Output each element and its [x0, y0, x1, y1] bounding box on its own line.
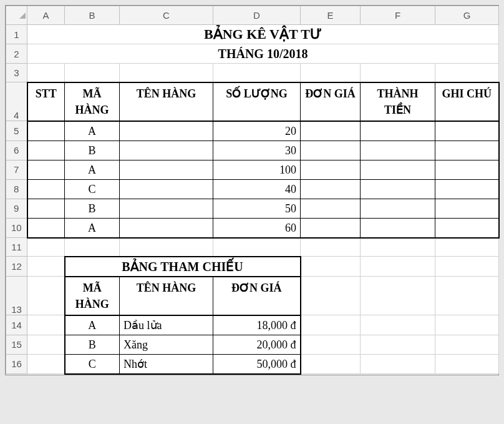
- cell[interactable]: [435, 141, 499, 160]
- row-header-11[interactable]: 11: [6, 238, 27, 257]
- cell[interactable]: [435, 238, 499, 257]
- cell[interactable]: 20,000 đ: [213, 335, 301, 354]
- cell[interactable]: [27, 277, 65, 315]
- cell[interactable]: [301, 315, 361, 335]
- cell[interactable]: 30: [213, 141, 301, 160]
- cell-header-dongia[interactable]: ĐƠN GIÁ: [301, 82, 361, 121]
- cell[interactable]: B: [65, 141, 120, 160]
- cell[interactable]: [120, 64, 213, 82]
- cell[interactable]: [27, 64, 65, 82]
- cell-refh-tenhang[interactable]: TÊN HÀNG: [120, 277, 213, 315]
- cell[interactable]: 20: [213, 121, 301, 141]
- cell[interactable]: [361, 121, 435, 141]
- cell[interactable]: [435, 179, 499, 199]
- cell[interactable]: [361, 238, 435, 257]
- cell[interactable]: A: [65, 160, 120, 179]
- cell[interactable]: [27, 354, 65, 374]
- cell[interactable]: [361, 335, 435, 354]
- cell-header-soluong[interactable]: SỐ LƯỢNG: [213, 82, 301, 121]
- row-header-13[interactable]: 13: [6, 277, 27, 315]
- cell[interactable]: [435, 315, 499, 335]
- cell[interactable]: [435, 199, 499, 218]
- cell[interactable]: [27, 179, 65, 199]
- cell[interactable]: [435, 64, 499, 82]
- cell[interactable]: [27, 199, 65, 218]
- col-header-G[interactable]: G: [435, 6, 499, 25]
- cell[interactable]: [120, 238, 213, 257]
- cell[interactable]: [301, 277, 361, 315]
- cell[interactable]: [27, 160, 65, 179]
- col-header-B[interactable]: B: [65, 6, 120, 25]
- cell[interactable]: [435, 277, 499, 315]
- cell[interactable]: 100: [213, 160, 301, 179]
- row-header-1[interactable]: 1: [6, 25, 27, 44]
- row-header-5[interactable]: 5: [6, 121, 27, 141]
- cell-header-thanhtien[interactable]: THÀNH TIỀN: [361, 82, 435, 121]
- cell[interactable]: [301, 218, 361, 238]
- cell[interactable]: [361, 257, 435, 277]
- cell[interactable]: [27, 257, 65, 277]
- cell[interactable]: B: [65, 199, 120, 218]
- cell[interactable]: [301, 354, 361, 374]
- cell[interactable]: [361, 315, 435, 335]
- cell[interactable]: [301, 160, 361, 179]
- col-header-E[interactable]: E: [301, 6, 361, 25]
- cell[interactable]: [120, 179, 213, 199]
- row-header-14[interactable]: 14: [6, 315, 27, 335]
- cell[interactable]: [361, 218, 435, 238]
- cell[interactable]: C: [65, 354, 120, 374]
- cell[interactable]: Dầu lửa: [120, 315, 213, 335]
- cell-title[interactable]: BẢNG KÊ VẬT TƯ: [27, 25, 499, 44]
- cell[interactable]: [120, 199, 213, 218]
- cell[interactable]: [435, 354, 499, 374]
- cell[interactable]: [361, 354, 435, 374]
- row-header-9[interactable]: 9: [6, 199, 27, 218]
- cell[interactable]: [27, 121, 65, 141]
- cell[interactable]: [435, 257, 499, 277]
- row-header-12[interactable]: 12: [6, 257, 27, 277]
- cell[interactable]: Xăng: [120, 335, 213, 354]
- spreadsheet-grid[interactable]: A B C D E F G 1 BẢNG KÊ VẬT TƯ 2 THÁNG 1…: [6, 6, 500, 375]
- cell[interactable]: [301, 335, 361, 354]
- cell[interactable]: [301, 257, 361, 277]
- cell-refh-mahang[interactable]: MÃ HÀNG: [65, 277, 120, 315]
- cell[interactable]: A: [65, 315, 120, 335]
- cell-refh-dongia[interactable]: ĐƠN GIÁ: [213, 277, 301, 315]
- cell[interactable]: 50,000 đ: [213, 354, 301, 374]
- row-header-8[interactable]: 8: [6, 179, 27, 199]
- cell[interactable]: A: [65, 218, 120, 238]
- row-header-10[interactable]: 10: [6, 218, 27, 238]
- cell[interactable]: [120, 121, 213, 141]
- cell[interactable]: [27, 315, 65, 335]
- cell[interactable]: [27, 335, 65, 354]
- cell[interactable]: [361, 160, 435, 179]
- cell[interactable]: [120, 141, 213, 160]
- cell-header-mahang[interactable]: MÃ HÀNG: [65, 82, 120, 121]
- cell[interactable]: [301, 199, 361, 218]
- cell[interactable]: [301, 238, 361, 257]
- cell[interactable]: [361, 277, 435, 315]
- cell[interactable]: [361, 141, 435, 160]
- cell[interactable]: Nhớt: [120, 354, 213, 374]
- row-header-2[interactable]: 2: [6, 44, 27, 64]
- cell[interactable]: A: [65, 121, 120, 141]
- cell[interactable]: [435, 121, 499, 141]
- cell[interactable]: [301, 121, 361, 141]
- cell[interactable]: [435, 160, 499, 179]
- cell[interactable]: [27, 218, 65, 238]
- cell[interactable]: [435, 218, 499, 238]
- cell[interactable]: [361, 64, 435, 82]
- cell[interactable]: 60: [213, 218, 301, 238]
- cell[interactable]: [65, 238, 120, 257]
- cell[interactable]: [27, 141, 65, 160]
- cell[interactable]: [65, 64, 120, 82]
- cell[interactable]: B: [65, 335, 120, 354]
- select-all-corner[interactable]: [6, 6, 27, 25]
- row-header-6[interactable]: 6: [6, 141, 27, 160]
- col-header-C[interactable]: C: [120, 6, 213, 25]
- row-header-15[interactable]: 15: [6, 335, 27, 354]
- cell[interactable]: [120, 218, 213, 238]
- col-header-F[interactable]: F: [361, 6, 435, 25]
- cell[interactable]: [301, 64, 361, 82]
- cell-header-ghichu[interactable]: GHI CHÚ: [435, 82, 499, 121]
